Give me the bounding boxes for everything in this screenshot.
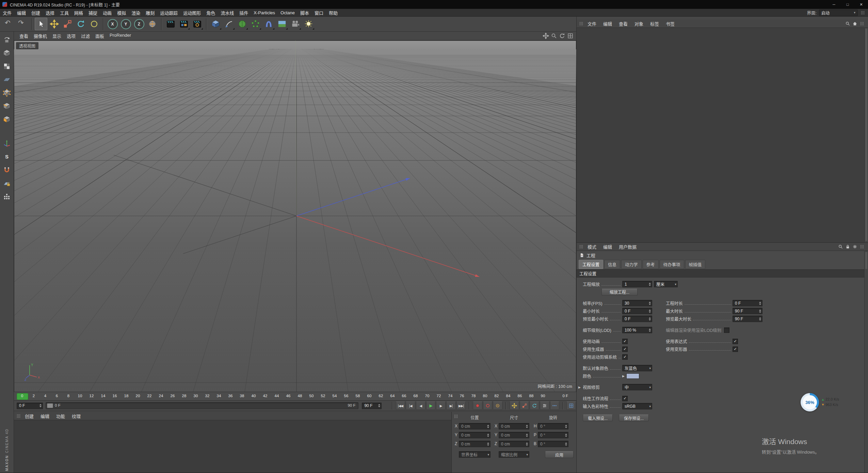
enable-axis-button[interactable] [2, 138, 12, 149]
checkbox-使用变形器[interactable]: ✓ [733, 347, 738, 352]
record-rotation-toggle[interactable] [530, 402, 539, 410]
close-button[interactable]: ✕ [854, 0, 868, 9]
object-manager-menu-1[interactable]: 编辑 [600, 20, 615, 27]
bend-deformer-button[interactable] [262, 18, 275, 30]
menu-item-14[interactable]: 流水线 [218, 9, 237, 16]
tab-帧插值[interactable]: 帧插值 [685, 260, 706, 269]
menu-item-9[interactable]: 渲染 [129, 9, 143, 16]
checkbox-使用动画[interactable]: ✓ [622, 339, 628, 344]
object-manager-scrollbar[interactable] [864, 28, 868, 242]
rotate-tool[interactable] [75, 18, 87, 30]
range-slider[interactable]: 0 F 90 F [46, 402, 358, 409]
enable-snap-button[interactable] [2, 165, 12, 175]
record-position-toggle[interactable] [510, 402, 519, 410]
checkbox-使用运动剪辑系统[interactable]: ✓ [622, 354, 628, 360]
undo-button[interactable]: ↶ [3, 18, 16, 30]
light-button[interactable] [302, 18, 315, 30]
zoom-view-icon[interactable] [551, 33, 557, 39]
orbit-view-icon[interactable] [559, 33, 565, 39]
edges-mode-button[interactable] [2, 101, 12, 111]
menu-item-2[interactable]: 创建 [29, 9, 43, 16]
render-settings-button[interactable] [191, 18, 204, 30]
menu-item-19[interactable]: 窗口 [312, 9, 326, 16]
scrollbar-thumb[interactable] [865, 252, 868, 269]
size-y-field[interactable]: 0 cm [499, 432, 529, 438]
render-view-button[interactable] [164, 18, 177, 30]
viewport-view-label[interactable]: 透视视图 [16, 42, 38, 49]
previous-key-button[interactable]: |◀ [406, 402, 415, 410]
add-cube-button[interactable] [209, 18, 222, 30]
menu-item-5[interactable]: 网格 [71, 9, 86, 16]
perspective-viewport[interactable]: 透视视图 网格间距 : 100 cm Y X Z [14, 40, 576, 392]
live-selection-tool[interactable] [35, 18, 47, 30]
move-tool[interactable] [48, 18, 61, 30]
menu-item-3[interactable]: 选择 [43, 9, 57, 16]
attribute-menu-2[interactable]: 用户数据 [616, 243, 640, 250]
play-button[interactable]: ▶ [426, 402, 436, 410]
object-manager-menu-0[interactable]: 文件 [584, 20, 599, 27]
object-manager-menu-2[interactable]: 查看 [616, 20, 631, 27]
make-editable-button[interactable] [2, 34, 12, 45]
array-generator-button[interactable] [249, 18, 262, 30]
workplane-mode-button[interactable] [2, 74, 12, 85]
viewport-menu-6[interactable]: ProRender [107, 33, 134, 39]
object-manager-menu-3[interactable]: 对象 [631, 20, 646, 27]
points-mode-button[interactable] [2, 87, 12, 98]
current-frame-field[interactable]: 0 F [17, 403, 43, 409]
tab-信息[interactable]: 信息 [604, 260, 620, 269]
object-manager-body[interactable] [576, 28, 868, 242]
range-slider-handle[interactable] [47, 403, 53, 408]
goto-end-button[interactable]: ▶▶| [456, 402, 466, 410]
record-parameter-toggle[interactable] [540, 402, 549, 410]
coordinate-system-button[interactable] [146, 18, 159, 30]
checkbox-使用生成器[interactable]: ✓ [622, 347, 628, 352]
coordinate-system-dropdown[interactable]: 世界坐标▾ [459, 451, 491, 458]
previous-frame-button[interactable]: ◀ [416, 402, 425, 410]
menu-item-20[interactable]: 帮助 [326, 9, 340, 16]
field-工程时长[interactable]: 0 F [733, 300, 762, 306]
dropdown-默认对象颜色[interactable]: 灰蓝色▾ [622, 365, 652, 371]
record-keyframe-button[interactable] [473, 402, 482, 410]
material-menu-2[interactable]: 功能 [53, 413, 68, 419]
attribute-manager-scrollbar[interactable] [864, 251, 868, 473]
workplane-lock-button[interactable] [2, 178, 12, 188]
size-mode-dropdown[interactable]: 缩放比例▾ [499, 451, 529, 458]
next-key-button[interactable]: ▶| [446, 402, 456, 410]
keyframe-selection-button[interactable] [493, 402, 502, 410]
dropdown-输入色彩特性[interactable]: sRGB▾ [622, 403, 652, 409]
field-预览最大时长[interactable]: 90 F [733, 316, 762, 322]
panel-menu-icon[interactable] [859, 21, 865, 26]
lock-x-axis-button[interactable]: X [106, 18, 119, 30]
menu-item-1[interactable]: 编辑 [14, 9, 29, 16]
timeline-window-button[interactable] [566, 402, 576, 410]
lod-field[interactable]: 100 % [622, 327, 652, 333]
panel-menu-icon[interactable] [859, 244, 865, 249]
rotation-h-field[interactable]: 0 ° [538, 423, 568, 429]
viewport-menu-5[interactable]: 面板 [93, 33, 107, 39]
toggle-views-icon[interactable] [567, 33, 574, 39]
render-lod-checkbox[interactable] [724, 327, 729, 333]
position-y-field[interactable]: 0 cm [459, 432, 491, 438]
menu-item-13[interactable]: 角色 [204, 9, 218, 16]
environment-button[interactable] [276, 18, 288, 30]
next-frame-button[interactable]: ▶ [436, 402, 446, 410]
rotation-p-field[interactable]: 0 ° [538, 432, 568, 438]
gear-icon[interactable] [852, 244, 857, 249]
menu-item-4[interactable]: 工具 [57, 9, 71, 16]
field-帧率(FPS)[interactable]: 30 [622, 300, 652, 306]
viewport-menu-1[interactable]: 摄像机 [31, 33, 50, 39]
tab-工程设置[interactable]: 工程设置 [579, 260, 603, 269]
tab-动力学[interactable]: 动力学 [621, 260, 642, 269]
panel-drag-handle[interactable] [453, 414, 459, 419]
search-icon[interactable] [845, 21, 850, 26]
menu-item-18[interactable]: 脚本 [298, 9, 312, 16]
material-manager-body[interactable] [14, 420, 451, 473]
pan-view-icon[interactable] [543, 33, 549, 39]
position-z-field[interactable]: 0 cm [459, 441, 491, 447]
polygons-mode-button[interactable] [2, 114, 12, 124]
goto-start-button[interactable]: |◀◀ [396, 402, 405, 410]
record-scale-toggle[interactable] [520, 402, 529, 410]
load-preset-button[interactable]: 载入预设... [583, 415, 613, 421]
project-scale-unit-dropdown[interactable]: 厘米▾ [654, 281, 678, 287]
panel-drag-handle[interactable] [579, 244, 584, 249]
